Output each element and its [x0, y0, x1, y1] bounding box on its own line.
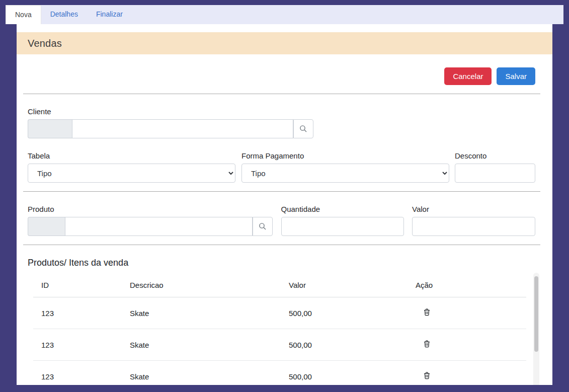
produto-input-group — [28, 217, 273, 236]
cliente-field: Cliente — [28, 107, 313, 138]
cell-descricao: Skate — [122, 361, 281, 385]
cell-id: 123 — [33, 361, 122, 385]
valor-input[interactable] — [412, 217, 535, 236]
trash-icon — [424, 340, 430, 348]
delete-item-button[interactable] — [423, 339, 431, 350]
cell-valor: 500,00 — [281, 297, 408, 329]
page-header: Vendas — [17, 32, 552, 54]
col-header-valor: Valor — [281, 273, 408, 297]
quantidade-label: Quantidade — [281, 205, 404, 213]
trash-icon — [424, 308, 430, 316]
cliente-name-input[interactable] — [72, 119, 293, 138]
items-table-body: 123 Skate 500,00 123 Skate 500,00 — [33, 297, 526, 385]
cell-acao — [408, 361, 526, 385]
items-table: ID Descricao Valor Ação 123 Skate 500,00 — [33, 273, 526, 385]
cell-descricao: Skate — [122, 297, 281, 329]
produto-label: Produto — [28, 205, 273, 213]
table-row: 123 Skate 500,00 — [33, 329, 526, 361]
salvar-button[interactable]: Salvar — [497, 67, 535, 85]
search-icon — [299, 125, 307, 133]
cell-acao — [408, 297, 526, 329]
produto-id-input[interactable] — [28, 217, 65, 236]
cell-valor: 500,00 — [281, 329, 408, 361]
divider — [23, 245, 540, 245]
tab-finalizar[interactable]: Finalizar — [87, 5, 132, 24]
col-header-descricao: Descricao — [122, 273, 281, 297]
payment-row: Tabela Tipo Forma Pagamento Tipo Descont… — [28, 151, 535, 183]
forma-pagamento-label: Forma Pagamento — [241, 151, 449, 160]
tabela-select[interactable]: Tipo — [28, 164, 235, 183]
cancelar-button[interactable]: Cancelar — [444, 67, 492, 85]
table-row: 123 Skate 500,00 — [33, 297, 526, 329]
delete-item-button[interactable] — [423, 307, 431, 319]
cell-id: 123 — [33, 297, 122, 329]
cell-valor: 500,00 — [281, 361, 408, 385]
tabela-field: Tabela Tipo — [28, 151, 235, 183]
col-header-acao: Ação — [408, 273, 526, 297]
vendas-card: Vendas Cancelar Salvar Cliente — [17, 24, 552, 385]
tab-nova[interactable]: Nova — [6, 5, 41, 24]
cliente-row: Cliente — [28, 107, 535, 138]
desconto-label: Desconto — [455, 151, 535, 160]
valor-field: Valor — [412, 205, 535, 236]
table-scrollbar[interactable] — [533, 273, 539, 385]
page-title: Vendas — [28, 38, 62, 49]
cell-id: 123 — [33, 329, 122, 361]
items-section-title: Produtos/ Itens da venda — [28, 258, 535, 268]
quantidade-input[interactable] — [281, 217, 404, 236]
desconto-input[interactable] — [455, 164, 535, 183]
cliente-input-group — [28, 119, 313, 138]
trash-icon — [424, 372, 430, 379]
divider — [23, 94, 540, 94]
cell-descricao: Skate — [122, 329, 281, 361]
actions-row: Cancelar Salvar — [28, 67, 535, 85]
delete-item-button[interactable] — [423, 371, 431, 382]
cell-acao — [408, 329, 526, 361]
quantidade-field: Quantidade — [281, 205, 404, 236]
tab-detalhes[interactable]: Detalhes — [41, 5, 87, 24]
divider — [23, 191, 540, 192]
forma-pagamento-field: Forma Pagamento Tipo — [241, 151, 449, 183]
col-header-id: ID — [33, 273, 122, 297]
valor-label: Valor — [412, 205, 535, 213]
table-header-row: ID Descricao Valor Ação — [33, 273, 526, 297]
search-icon — [259, 222, 267, 230]
cliente-search-button[interactable] — [293, 119, 313, 138]
tab-bar: Nova Detalhes Finalizar — [6, 5, 563, 24]
cliente-label: Cliente — [28, 107, 313, 116]
produto-search-button[interactable] — [253, 217, 273, 236]
items-table-wrap: ID Descricao Valor Ação 123 Skate 500,00 — [33, 273, 539, 385]
forma-pagamento-select[interactable]: Tipo — [241, 164, 449, 183]
produto-row: Produto Quantidade Valor — [28, 205, 535, 236]
card-body: Cancelar Salvar Cliente — [17, 67, 552, 385]
table-scrollbar-thumb[interactable] — [534, 276, 538, 352]
cliente-id-input[interactable] — [28, 119, 72, 138]
tabela-label: Tabela — [28, 151, 235, 160]
produto-field: Produto — [28, 205, 273, 236]
produto-name-input[interactable] — [65, 217, 253, 236]
desconto-field: Desconto — [455, 151, 535, 183]
table-row: 123 Skate 500,00 — [33, 361, 526, 385]
